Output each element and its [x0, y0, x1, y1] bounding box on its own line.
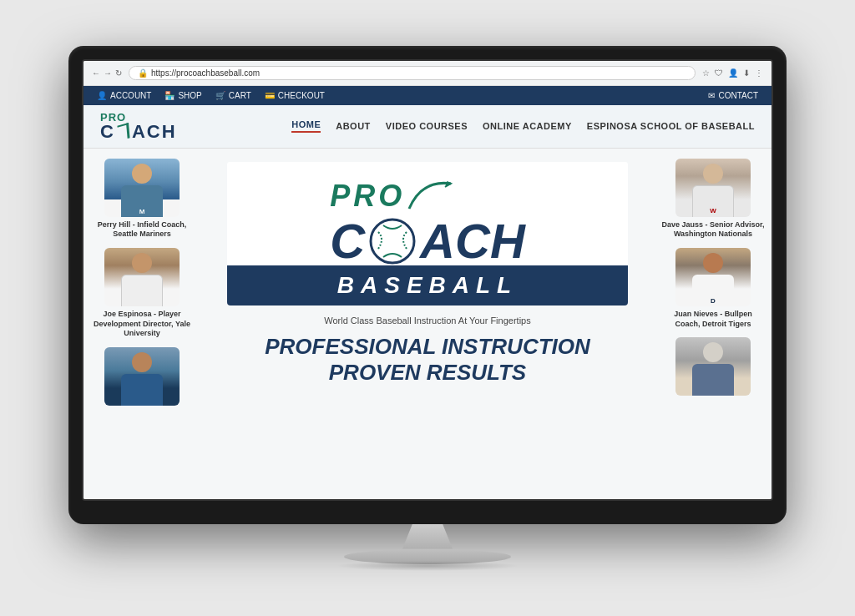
bottom-left-photo [104, 347, 180, 406]
monitor-screen: ← → ↻ 🔒 https://procoachbaseball.com ☆ 🛡… [82, 59, 773, 501]
stand-shadow [336, 561, 519, 571]
dave-jauss-photo: W [675, 159, 751, 217]
email-icon: ✉ [708, 91, 715, 100]
hero-swoosh-svg [405, 175, 455, 217]
juan-nieves-name: Juan Nieves - Bullpen Coach, Detroit Tig… [661, 310, 765, 329]
joe-espinosa-photo [104, 248, 180, 306]
url-text: https://procoachbaseball.com [151, 68, 260, 78]
nav-about[interactable]: ABOUT [336, 121, 371, 131]
coach-joe-espinosa: Joe Espinosa - Player Development Direct… [90, 248, 194, 339]
monitor-wrapper: ← → ↻ 🔒 https://procoachbaseball.com ☆ 🛡… [68, 46, 787, 571]
menu-icon[interactable]: ⋮ [755, 68, 763, 78]
jersey: M [139, 208, 145, 215]
hero-pro-text: PRO [330, 181, 405, 211]
head [703, 342, 723, 362]
shield-icon[interactable]: 🛡 [715, 68, 723, 78]
right-bottom-silhouette [675, 337, 751, 396]
right-coaches-panel: W Dave Jauss - Senior Advisor, Washingto… [655, 149, 772, 499]
monitor-frame: ← → ↻ 🔒 https://procoachbaseball.com ☆ 🛡… [68, 46, 787, 524]
shop-icon: 🏪 [164, 91, 175, 100]
jersey: W [710, 207, 716, 215]
cart-icon: 🛒 [215, 91, 225, 100]
body: D [692, 275, 734, 306]
shop-label: SHOP [178, 91, 201, 100]
content-area: M Perry Hill - Infield Coach,Seattle Mar… [83, 149, 772, 499]
head [132, 253, 152, 273]
account-link[interactable]: 👤 ACCOUNT [97, 91, 151, 100]
nav-home[interactable]: HOME [291, 119, 321, 133]
juan-silhouette: D [675, 248, 751, 306]
logo-text: PRO C ACH [100, 112, 177, 141]
hero-headline: PROFESSIONAL INSTRUCTION PROVEN RESULTS [265, 334, 590, 386]
logo-coach: C ACH [100, 123, 177, 141]
perry-hill-name: Perry Hill - Infield Coach,Seattle Marin… [90, 220, 194, 240]
browser-icons: ☆ 🛡 👤 ⬇ ⋮ [702, 68, 763, 78]
hero-pro-row: PRO [330, 175, 525, 217]
hero-baseball-text: BASEBALL [244, 272, 611, 299]
contact-link[interactable]: ✉ CONTACT [708, 91, 758, 100]
hero-logo-text: PRO C [330, 175, 525, 265]
refresh-button[interactable]: ↻ [115, 68, 122, 78]
body: M [121, 185, 163, 217]
jersey: D [711, 297, 716, 305]
body: W [692, 185, 734, 217]
monitor-stand [361, 524, 494, 571]
admin-bar: 👤 ACCOUNT 🏪 SHOP 🛒 CART 💳 CHECKOUT [83, 86, 772, 105]
bottom-left-silhouette [104, 347, 180, 406]
hero-baseball-icon [368, 217, 417, 265]
account-label: ACCOUNT [110, 91, 151, 100]
hero-coach-row: C ACH [330, 217, 525, 265]
download-icon[interactable]: ⬇ [743, 68, 750, 78]
profile-icon[interactable]: 👤 [728, 68, 738, 78]
admin-bar-left: 👤 ACCOUNT 🏪 SHOP 🛒 CART 💳 CHECKOUT [97, 91, 325, 100]
lock-icon: 🔒 [138, 68, 148, 78]
left-coaches-panel: M Perry Hill - Infield Coach,Seattle Mar… [83, 149, 200, 499]
hero-logo-bottom: BASEBALL [227, 265, 628, 305]
hero-logo-top: PRO C [227, 162, 628, 265]
checkout-icon: 💳 [265, 91, 275, 100]
checkout-label: CHECKOUT [278, 91, 325, 100]
hero-ach-text: ACH [420, 217, 525, 265]
head [132, 164, 152, 184]
coach-right-bottom [661, 337, 765, 399]
account-icon: 👤 [97, 91, 107, 100]
dave-silhouette: W [675, 159, 751, 217]
nav-video-courses[interactable]: VIDEO COURSES [386, 121, 468, 131]
nav-online-academy[interactable]: ONLINE ACADEMY [483, 121, 572, 131]
logo-coach-c: C [100, 123, 115, 141]
head [703, 253, 723, 273]
hero-tagline: World Class Baseball Instruction At Your… [324, 316, 530, 326]
back-button[interactable]: ← [92, 68, 100, 78]
shop-link[interactable]: 🏪 SHOP [164, 91, 201, 100]
dave-jauss-name: Dave Jauss - Senior Advisor, Washington … [661, 220, 765, 240]
juan-nieves-photo: D [675, 248, 751, 306]
star-icon[interactable]: ☆ [702, 68, 710, 78]
cart-link[interactable]: 🛒 CART [215, 91, 251, 100]
head [132, 352, 152, 372]
nav-espinosa-school[interactable]: ESPINOSA SCHOOL OF BASEBALL [587, 121, 755, 131]
coach-bottom-left [90, 347, 194, 409]
body [121, 275, 163, 306]
body [121, 374, 163, 406]
forward-button[interactable]: → [104, 68, 112, 78]
joe-silhouette [104, 248, 180, 306]
address-bar[interactable]: 🔒 https://procoachbaseball.com [129, 66, 696, 80]
browser-chrome: ← → ↻ 🔒 https://procoachbaseball.com ☆ 🛡… [83, 61, 772, 86]
hero-headline-line1: PROFESSIONAL INSTRUCTION [265, 334, 590, 360]
joe-espinosa-name: Joe Espinosa - Player Development Direct… [90, 310, 194, 339]
svg-point-0 [371, 220, 414, 263]
coach-juan-nieves: D Juan Nieves - Bullpen Coach, Detroit T… [661, 248, 765, 329]
site-logo[interactable]: PRO C ACH [100, 112, 177, 141]
head [703, 164, 723, 184]
right-bottom-photo [675, 337, 751, 396]
perry-hill-photo: M [104, 159, 180, 217]
contact-label: CONTACT [718, 91, 758, 100]
coach-perry-hill: M Perry Hill - Infield Coach,Seattle Mar… [90, 159, 194, 240]
checkout-link[interactable]: 💳 CHECKOUT [265, 91, 325, 100]
perry-silhouette: M [104, 159, 180, 217]
body [692, 364, 734, 396]
coach-dave-jauss: W Dave Jauss - Senior Advisor, Washingto… [661, 159, 765, 240]
browser-nav: ← → ↻ [92, 68, 122, 78]
hero-logo: PRO C [227, 162, 628, 305]
logo-swoosh-icon [117, 123, 129, 141]
